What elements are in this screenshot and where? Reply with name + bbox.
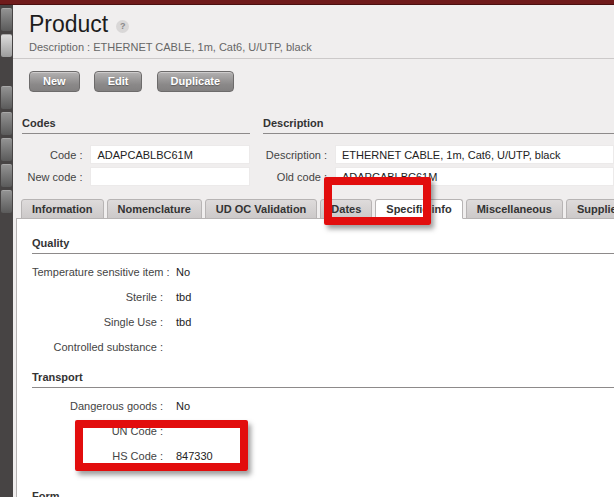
hs-code-row: HS Code : 847330: [32, 443, 614, 468]
dangerous-goods-label: Dangerous goods :: [32, 400, 163, 412]
code-input[interactable]: [90, 145, 250, 164]
sidebar-collapsed-item[interactable]: [1, 138, 12, 161]
collapsed-sidebar[interactable]: [0, 5, 13, 497]
un-code-label: UN Code :: [32, 425, 163, 437]
old-code-input[interactable]: [335, 167, 614, 186]
code-row: Code :: [22, 145, 250, 164]
new-code-input[interactable]: [90, 167, 250, 186]
hs-code-value: 847330: [176, 450, 213, 462]
tab-bar: Information Nomenclature UD OC Validatio…: [21, 199, 614, 219]
tab-dates[interactable]: Dates: [320, 199, 372, 219]
form-section-title: Form: [32, 490, 614, 497]
temperature-sensitive-label: Temperature sensitive item :: [32, 266, 163, 278]
temperature-sensitive-row: Temperature sensitive item : No: [32, 259, 614, 284]
tab-specific-info[interactable]: Specific info: [375, 199, 462, 219]
temperature-sensitive-value: No: [176, 266, 190, 278]
description-input[interactable]: [335, 145, 614, 164]
sterile-label: Sterile :: [32, 291, 163, 303]
new-code-row: New code :: [22, 167, 250, 186]
identification-form: Codes Code : New code : Description Desc…: [22, 117, 614, 189]
old-code-label: Old code :: [263, 171, 327, 183]
main-area: Product ? Description : ETHERNET CABLE, …: [13, 5, 614, 497]
tab-nomenclature[interactable]: Nomenclature: [107, 199, 202, 219]
dangerous-goods-row: Dangerous goods : No: [32, 393, 614, 418]
sidebar-collapsed-item[interactable]: [1, 86, 12, 109]
tab-ud-oc-validation[interactable]: UD OC Validation: [205, 199, 317, 219]
sidebar-collapsed-item[interactable]: [1, 112, 12, 135]
single-use-row: Single Use : tbd: [32, 309, 614, 334]
sidebar-collapsed-item[interactable]: [1, 8, 12, 31]
toolbar: New Edit Duplicate: [29, 71, 614, 92]
transport-section-title: Transport: [32, 371, 614, 388]
codes-section-title: Codes: [22, 117, 250, 134]
sterile-value: tbd: [176, 291, 191, 303]
tab-suppliers[interactable]: Suppliers: [566, 199, 614, 219]
description-section: Description Description : Old code :: [263, 117, 614, 189]
tab-information[interactable]: Information: [21, 199, 104, 219]
code-label: Code :: [22, 149, 82, 161]
description-label: Description :: [263, 149, 327, 161]
duplicate-button[interactable]: Duplicate: [157, 71, 235, 92]
single-use-value: tbd: [176, 316, 191, 328]
sterile-row: Sterile : tbd: [32, 284, 614, 309]
specific-info-panel: Quality Temperature sensitive item : No …: [16, 218, 614, 497]
sidebar-collapsed-item[interactable]: [1, 34, 12, 57]
single-use-label: Single Use :: [32, 316, 163, 328]
description-row: Description :: [263, 145, 614, 164]
quality-section-title: Quality: [32, 237, 614, 254]
page-header: Product ? Description : ETHERNET CABLE, …: [13, 5, 614, 59]
controlled-substance-label: Controlled substance :: [32, 341, 163, 353]
page-title: Product: [29, 11, 108, 38]
old-code-row: Old code :: [263, 167, 614, 186]
dangerous-goods-value: No: [176, 400, 190, 412]
help-icon[interactable]: ?: [116, 20, 129, 33]
sidebar-collapsed-item[interactable]: [1, 164, 12, 187]
controlled-substance-row: Controlled substance :: [32, 334, 614, 359]
product-page: Product ? Description : ETHERNET CABLE, …: [0, 0, 614, 497]
un-code-row: UN Code :: [32, 418, 614, 443]
edit-button[interactable]: Edit: [94, 71, 143, 92]
tab-miscellaneous[interactable]: Miscellaneous: [466, 199, 563, 219]
codes-section: Codes Code : New code :: [22, 117, 250, 189]
top-accent-bar: [0, 0, 614, 5]
new-code-label: New code :: [22, 171, 82, 183]
sidebar-collapsed-item[interactable]: [1, 190, 12, 213]
page-subtitle: Description : ETHERNET CABLE, 1m, Cat6, …: [29, 41, 614, 53]
new-button[interactable]: New: [29, 71, 80, 92]
description-section-title: Description: [263, 117, 614, 134]
hs-code-label: HS Code :: [32, 450, 163, 462]
